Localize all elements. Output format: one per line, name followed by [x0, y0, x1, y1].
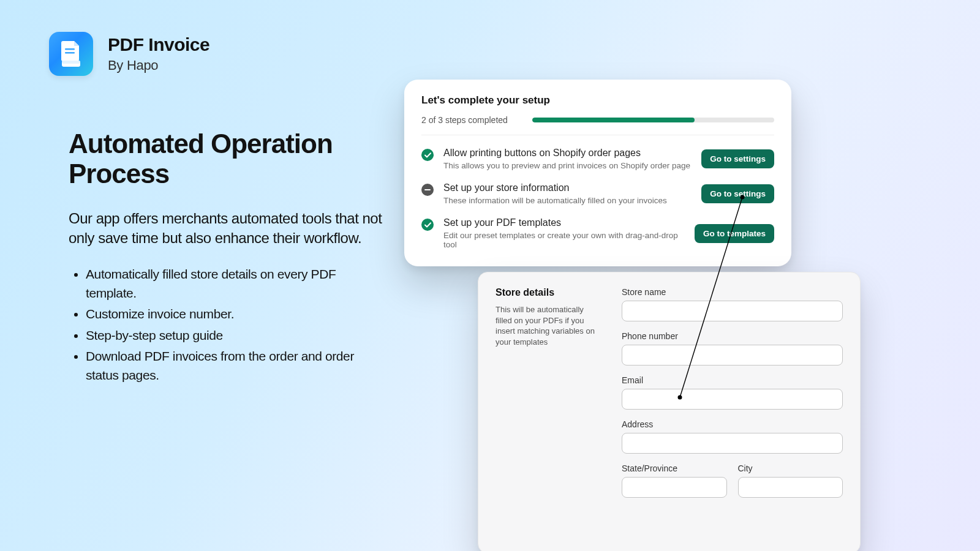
store-details-help: This will be automatically filled on you… — [496, 304, 600, 347]
setup-step: Set up your PDF templates Edit our prese… — [421, 217, 774, 249]
app-byline: By Hapo — [108, 58, 209, 73]
setup-step-title: Set up your store information — [443, 182, 692, 193]
hero-bullet: Step-by-step setup guide — [86, 326, 387, 345]
state-input[interactable] — [622, 477, 727, 498]
phone-label: Phone number — [622, 331, 843, 341]
city-input[interactable] — [738, 477, 843, 498]
marketing-copy: Automated Operation Process Our app offe… — [69, 129, 387, 387]
address-input[interactable] — [622, 433, 843, 454]
setup-step: Set up your store information These info… — [421, 182, 774, 205]
svg-rect-4 — [424, 189, 431, 190]
app-logo — [49, 32, 93, 76]
city-label: City — [738, 463, 843, 473]
setup-step-desc: This allows you to preview and print inv… — [443, 161, 692, 170]
setup-progress: 2 of 3 steps completed — [421, 115, 774, 135]
hero-bullet-list: Automatically filled store details on ev… — [69, 265, 387, 384]
setup-card-title: Let's complete your setup — [421, 94, 774, 107]
phone-input[interactable] — [622, 345, 843, 365]
hero-bullet: Download PDF invoices from the order and… — [86, 347, 387, 384]
hero-paragraph: Our app offers merchants automated tools… — [69, 209, 387, 249]
email-input[interactable] — [622, 389, 843, 410]
app-title: PDF Invoice — [108, 34, 209, 55]
check-circle-icon — [421, 149, 434, 161]
hero-bullet: Customize invoice number. — [86, 305, 387, 323]
setup-card: Let's complete your setup 2 of 3 steps c… — [404, 80, 791, 266]
svg-rect-1 — [65, 52, 75, 54]
setup-progress-label: 2 of 3 steps completed — [421, 115, 508, 125]
setup-step-desc: Edit our preset templates or create your… — [443, 231, 685, 249]
app-header: PDF Invoice By Hapo — [49, 32, 209, 76]
setup-progress-bar — [532, 118, 774, 122]
store-name-input[interactable] — [622, 301, 843, 321]
email-label: Email — [622, 375, 843, 385]
go-to-settings-button[interactable]: Go to settings — [701, 149, 774, 168]
setup-step-title: Set up your PDF templates — [443, 217, 685, 228]
setup-progress-fill — [532, 118, 695, 122]
go-to-settings-button[interactable]: Go to settings — [701, 184, 774, 203]
svg-rect-3 — [62, 61, 80, 64]
store-details-heading: Store details — [496, 287, 600, 298]
setup-step: Allow printing buttons on Shopify order … — [421, 148, 774, 170]
go-to-templates-button[interactable]: Go to templates — [695, 224, 774, 243]
store-name-label: Store name — [622, 287, 843, 297]
check-circle-icon — [421, 219, 434, 231]
minus-circle-icon — [421, 184, 434, 196]
hero-bullet: Automatically filled store details on ev… — [86, 265, 387, 302]
setup-step-title: Allow printing buttons on Shopify order … — [443, 148, 692, 159]
state-label: State/Province — [622, 463, 727, 473]
hero-heading: Automated Operation Process — [69, 129, 387, 189]
address-label: Address — [622, 419, 843, 429]
document-icon — [58, 40, 84, 68]
store-details-card: Store details This will be automatically… — [478, 272, 861, 551]
setup-step-desc: These information will be automatically … — [443, 196, 692, 205]
svg-rect-0 — [65, 48, 75, 50]
